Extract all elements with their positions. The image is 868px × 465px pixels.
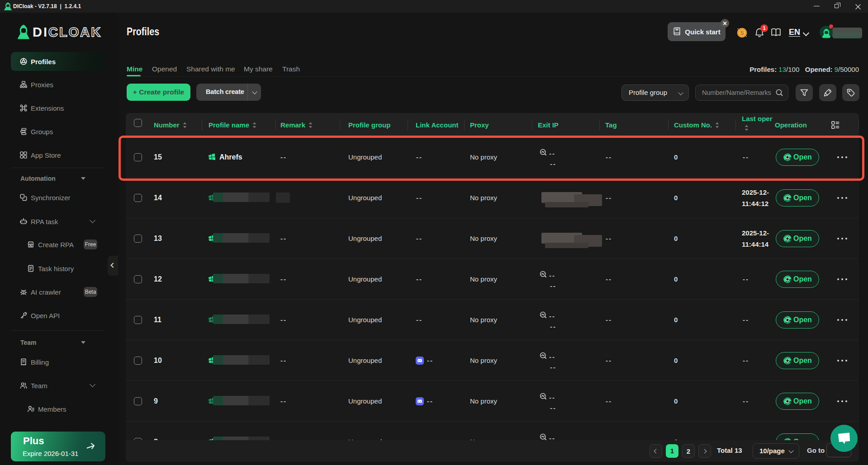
svg-text:S: S [740, 29, 744, 36]
